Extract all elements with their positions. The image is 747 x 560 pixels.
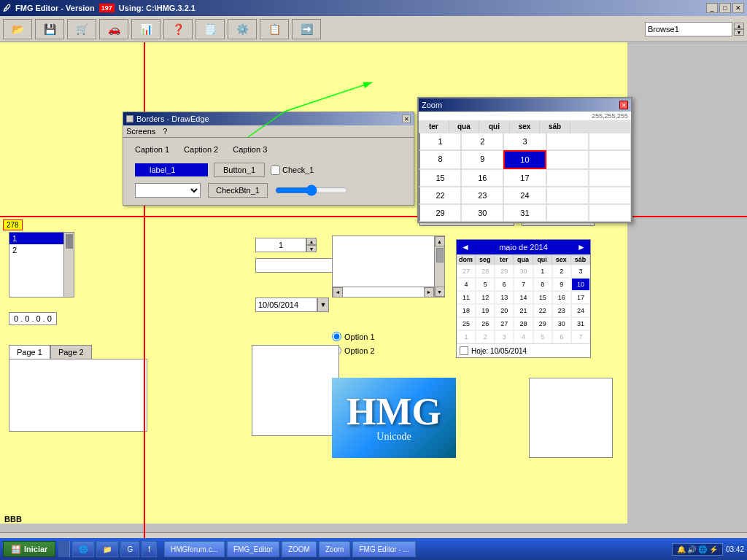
taskbar-zoom1[interactable]: ZOOM	[282, 541, 317, 557]
scroll-down-btn[interactable]: ▼	[435, 287, 445, 297]
tool-bars[interactable]: 📊	[131, 19, 160, 39]
tool-open[interactable]: 📂	[3, 19, 32, 39]
cal-15[interactable]: 15	[533, 291, 552, 304]
scroll-thumb[interactable]	[436, 248, 444, 262]
cal-3b[interactable]: 3	[495, 330, 514, 343]
hscroll-left[interactable]: ◄	[333, 287, 343, 298]
cal-5b[interactable]: 5	[533, 330, 552, 343]
cal-30a[interactable]: 30	[514, 265, 533, 278]
combo-box[interactable]	[135, 183, 201, 198]
maximize-button[interactable]: □	[719, 3, 731, 13]
cal-13[interactable]: 13	[495, 291, 514, 304]
zoom-close[interactable]: ✕	[619, 101, 628, 109]
menu-screens[interactable]: Screens	[126, 127, 155, 136]
cal-today-check[interactable]	[460, 346, 468, 355]
minimize-button[interactable]: _	[706, 3, 718, 13]
start-button[interactable]: 🪟 Iniciar	[3, 541, 55, 557]
zoom-d30[interactable]: 30	[461, 204, 503, 222]
cal-24[interactable]: 24	[571, 304, 590, 317]
taskbar-explorer[interactable]: 📁	[96, 541, 118, 557]
listbox-scroll-thumb[interactable]	[66, 234, 73, 249]
textarea-scrollbar[interactable]: ▲ ▼	[434, 236, 444, 297]
tool-car[interactable]: 🚗	[99, 19, 128, 39]
cal-7[interactable]: 7	[514, 278, 533, 291]
cal-28a[interactable]: 28	[476, 265, 495, 278]
taskbar-zoom2[interactable]: Zoom	[319, 541, 351, 557]
taskbar-fmg-editor[interactable]: FMG_Editor	[227, 541, 279, 557]
cal-2a[interactable]: 2	[552, 265, 571, 278]
checkbtn1[interactable]: CheckBtn_1	[208, 183, 268, 198]
zoom-d24[interactable]: 24	[503, 187, 546, 204]
cal-26[interactable]: 26	[476, 317, 495, 330]
tool-settings[interactable]: ⚙️	[228, 19, 257, 39]
zoom-d22[interactable]: 22	[419, 187, 461, 204]
cal-27a[interactable]: 27	[457, 265, 476, 278]
radio1-input[interactable]	[332, 332, 341, 341]
listbox-scrollbar[interactable]	[63, 233, 74, 297]
cal-1a[interactable]: 1	[533, 265, 552, 278]
taskbar-fmg-editor2[interactable]: FMG Editor - ...	[352, 541, 415, 557]
close-button[interactable]: ✕	[732, 3, 744, 13]
zoom-d29[interactable]: 29	[419, 204, 461, 222]
cal-4b[interactable]: 4	[514, 330, 533, 343]
cal-next[interactable]: ►	[577, 242, 586, 252]
check1-label[interactable]: Check_1	[271, 166, 314, 175]
radio-option1[interactable]: Option 1	[332, 332, 375, 341]
browse-spin-down[interactable]: ▼	[734, 29, 744, 36]
taskbar-google[interactable]: G	[120, 541, 139, 557]
textarea-hscroll[interactable]: ◄ ►	[333, 287, 434, 297]
zoom-d9[interactable]: 9	[461, 150, 503, 169]
cal-14[interactable]: 14	[514, 291, 533, 304]
browse-spin-up[interactable]: ▲	[734, 23, 744, 29]
cal-2b[interactable]: 2	[476, 330, 495, 343]
zoom-d2[interactable]: 2	[461, 133, 503, 150]
cal-10[interactable]: 10	[571, 278, 590, 291]
cal-31[interactable]: 31	[571, 317, 590, 330]
tool-list[interactable]: 📋	[260, 19, 289, 39]
cal-4[interactable]: 4	[457, 278, 476, 291]
cal-17[interactable]: 17	[571, 291, 590, 304]
tool-question[interactable]: ❓	[163, 19, 193, 39]
cal-9[interactable]: 9	[552, 278, 571, 291]
tab-page1[interactable]: Page 1	[9, 345, 50, 359]
taskbar-facebook[interactable]: f	[142, 541, 157, 557]
cal-5[interactable]: 5	[476, 278, 495, 291]
cal-23[interactable]: 23	[552, 304, 571, 317]
cal-25[interactable]: 25	[457, 317, 476, 330]
zoom-d3[interactable]: 3	[503, 133, 546, 150]
datepicker-dropdown[interactable]: ▼	[317, 298, 329, 312]
cal-20[interactable]: 20	[495, 304, 514, 317]
check1-input[interactable]	[271, 166, 280, 175]
spinner-up[interactable]: ▲	[306, 238, 317, 245]
zoom-d23[interactable]: 23	[461, 187, 503, 204]
zoom-d16[interactable]: 16	[461, 169, 503, 187]
zoom-d1[interactable]: 1	[419, 133, 461, 150]
cal-11[interactable]: 11	[457, 291, 476, 304]
spinner-down[interactable]: ▼	[306, 245, 317, 252]
cal-6b[interactable]: 6	[552, 330, 571, 343]
tab-page2[interactable]: Page 2	[50, 345, 92, 359]
scroll-up-btn[interactable]: ▲	[435, 236, 445, 246]
textarea2-widget[interactable]	[252, 345, 339, 436]
cal-3a[interactable]: 3	[571, 265, 590, 278]
cal-22[interactable]: 22	[533, 304, 552, 317]
browse-input[interactable]	[645, 22, 732, 36]
spinner-input[interactable]	[255, 238, 306, 252]
zoom-d31[interactable]: 31	[503, 204, 546, 222]
text-field-1[interactable]	[255, 258, 339, 273]
slider[interactable]	[275, 184, 348, 196]
zoom-d17[interactable]: 17	[503, 169, 546, 187]
datepicker-input[interactable]	[255, 298, 317, 312]
zoom-d8[interactable]: 8	[419, 150, 461, 169]
tool-cart[interactable]: 🛒	[67, 19, 96, 39]
cal-28b[interactable]: 28	[514, 317, 533, 330]
ip-input[interactable]: 0 . 0 . 0 . 0	[9, 312, 57, 325]
cal-30b[interactable]: 30	[552, 317, 571, 330]
cal-12[interactable]: 12	[476, 291, 495, 304]
cal-29b[interactable]: 29	[533, 317, 552, 330]
cal-21[interactable]: 21	[514, 304, 533, 317]
menu-q[interactable]: ?	[163, 127, 167, 136]
cal-19[interactable]: 19	[476, 304, 495, 317]
cal-18[interactable]: 18	[457, 304, 476, 317]
zoom-d15[interactable]: 15	[419, 169, 461, 187]
